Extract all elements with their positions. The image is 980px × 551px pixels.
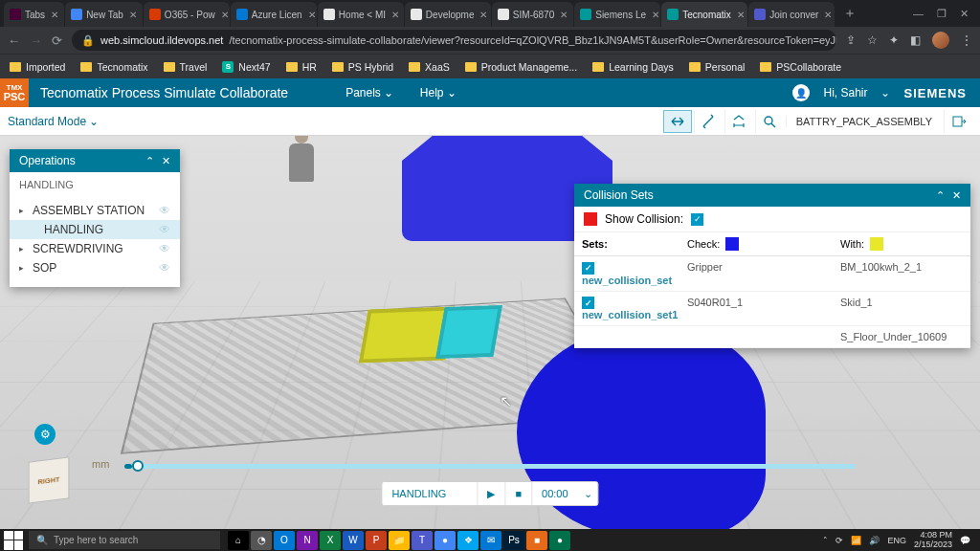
browser-tab[interactable]: New Tab✕ [65, 2, 143, 27]
minimize-button[interactable]: — [913, 8, 924, 20]
tree-node[interactable]: ▸SCREWDRIVING👁 [10, 239, 180, 258]
profile-avatar[interactable] [932, 32, 949, 49]
language-indicator[interactable]: ENG [887, 536, 906, 545]
play-button[interactable]: ▶ [478, 482, 505, 505]
expand-icon[interactable]: ▸ [19, 263, 27, 273]
bookmark-item[interactable]: Tecnomatix [80, 61, 147, 73]
tree-node[interactable]: ▸SOP👁 [10, 258, 180, 277]
collapse-icon[interactable]: ⌃ [145, 155, 154, 167]
notifications-icon[interactable]: 💬 [960, 536, 970, 545]
bookmark-item[interactable]: PSCollaborate [760, 61, 841, 73]
taskbar-app[interactable]: X [320, 531, 341, 550]
clock[interactable]: 4:08 PM 2/15/2023 [914, 531, 952, 550]
browser-tab[interactable]: Tecnomatix✕ [661, 2, 747, 27]
taskbar-app[interactable]: W [343, 531, 364, 550]
operations-panel-header[interactable]: Operations ⌃ ✕ [10, 149, 180, 172]
taskbar-app[interactable]: N [297, 531, 318, 550]
close-window-button[interactable]: ✕ [960, 8, 969, 20]
menu-icon[interactable]: ⋮ [961, 33, 972, 47]
browser-tab[interactable]: Azure Licen✕ [231, 2, 317, 27]
close-tab-icon[interactable]: ✕ [479, 10, 487, 20]
visibility-icon[interactable]: 👁 [159, 223, 170, 236]
browser-tab[interactable]: Developme✕ [405, 2, 491, 27]
browser-tab[interactable]: SIM-6870✕ [492, 2, 573, 27]
stop-button[interactable]: ■ [505, 482, 532, 505]
collision-row[interactable]: S_Floor_Under_10609 [574, 326, 970, 348]
taskbar-app[interactable]: Ps [503, 531, 524, 550]
browser-tab[interactable]: O365 - Pow✕ [144, 2, 230, 27]
settings-fab[interactable]: ⚙ [34, 424, 56, 445]
taskbar-app[interactable]: O [274, 531, 295, 550]
reload-button[interactable]: ⟳ [52, 33, 62, 48]
row-checkbox[interactable]: ✓ [582, 262, 594, 275]
taskbar-app[interactable]: ✉ [480, 531, 501, 550]
expand-icon[interactable]: ▸ [19, 206, 27, 215]
close-icon[interactable]: ✕ [162, 155, 170, 167]
close-icon[interactable]: ✕ [952, 189, 961, 202]
show-collision-checkbox[interactable]: ✓ [691, 213, 703, 226]
share-icon[interactable]: ⇪ [846, 33, 856, 47]
bookmark-item[interactable]: XaaS [409, 61, 450, 73]
extensions-icon[interactable]: ✦ [889, 33, 899, 47]
maximize-button[interactable]: ❐ [937, 8, 947, 20]
viewport-3d[interactable]: ⚙ RIGHT mm ↖ Operations ⌃ ✕ HANDLING ▸AS… [0, 136, 980, 529]
menu-help[interactable]: Help⌄ [420, 86, 457, 99]
bookmark-item[interactable]: Personal [689, 61, 745, 73]
close-tab-icon[interactable]: ✕ [824, 10, 832, 20]
close-tab-icon[interactable]: ✕ [129, 10, 137, 20]
row-checkbox[interactable]: ✓ [582, 297, 594, 309]
taskbar-app[interactable]: 📁 [389, 531, 410, 550]
collision-row[interactable]: ✓new_collision_set1S040R01_1Skid_1 [574, 292, 970, 327]
timeline-track[interactable] [124, 464, 856, 469]
timeline-handle[interactable] [132, 460, 144, 472]
tree-node[interactable]: HANDLING👁 [10, 220, 180, 239]
visibility-icon[interactable]: 👁 [159, 242, 170, 255]
app-logo[interactable]: TMX PSC [0, 78, 29, 107]
taskbar-app[interactable]: ◔ [251, 531, 272, 550]
bookmark-item[interactable]: Imported [10, 61, 65, 73]
measure-tool-button[interactable] [694, 110, 723, 133]
browser-tab[interactable]: Join conver✕ [748, 2, 835, 27]
expand-icon[interactable]: ▸ [19, 244, 27, 253]
taskbar-app[interactable]: P [366, 531, 387, 550]
search-button[interactable] [755, 110, 784, 133]
taskbar-app[interactable]: T [412, 531, 433, 550]
close-tab-icon[interactable]: ✕ [560, 10, 568, 20]
collision-color-swatch[interactable] [584, 212, 597, 226]
bookmark-item[interactable]: PS Hybrid [332, 61, 393, 73]
chevron-down-icon[interactable]: ⌄ [880, 86, 890, 99]
taskbar-app[interactable]: ⌂ [228, 531, 249, 550]
taskbar-app[interactable]: ■ [526, 531, 547, 550]
menu-panels[interactable]: Panels⌄ [345, 86, 393, 99]
sync-icon[interactable]: ⟳ [835, 536, 843, 545]
browser-tab[interactable]: Siemens Le✕ [574, 2, 660, 27]
mode-dropdown[interactable]: Standard Mode⌄ [8, 115, 99, 128]
snap-tool-button[interactable] [663, 110, 692, 133]
taskbar-app[interactable]: ❖ [457, 531, 479, 550]
close-tab-icon[interactable]: ✕ [308, 10, 316, 20]
collision-panel-header[interactable]: Collision Sets ⌃ ✕ [574, 184, 970, 207]
browser-tab[interactable]: Home < MI✕ [318, 2, 404, 27]
taskbar-app[interactable]: ● [549, 531, 570, 550]
dimension-tool-button[interactable] [724, 110, 753, 133]
user-icon[interactable]: 👤 [792, 84, 810, 101]
taskbar-app[interactable]: ● [434, 531, 456, 550]
bookmark-item[interactable]: Product Manageme... [465, 61, 577, 73]
visibility-icon[interactable]: 👁 [159, 261, 170, 275]
tray-chevron-icon[interactable]: ˄ [823, 536, 828, 545]
close-tab-icon[interactable]: ✕ [652, 10, 659, 20]
new-tab-button[interactable]: ＋ [835, 5, 864, 22]
timeline[interactable] [124, 464, 856, 474]
check-color-swatch[interactable] [725, 237, 739, 251]
user-greeting[interactable]: Hi, Sahir [823, 86, 867, 99]
browser-tab[interactable]: Tabs✕ [4, 2, 64, 27]
forward-button[interactable]: → [30, 33, 42, 48]
tree-node[interactable]: ▸ASSEMBLY STATION👁 [10, 201, 180, 220]
close-tab-icon[interactable]: ✕ [391, 10, 399, 20]
close-tab-icon[interactable]: ✕ [737, 10, 745, 20]
volume-icon[interactable]: 🔊 [869, 536, 880, 545]
url-input[interactable]: 🔒 web.simcloud.ildevops.net/tecnomatix-p… [72, 30, 836, 51]
playback-menu-button[interactable]: ⌄ [578, 482, 598, 505]
collision-row[interactable]: ✓new_collision_setGripperBM_100kwh_2_1 [574, 256, 970, 292]
start-button[interactable] [4, 531, 23, 550]
